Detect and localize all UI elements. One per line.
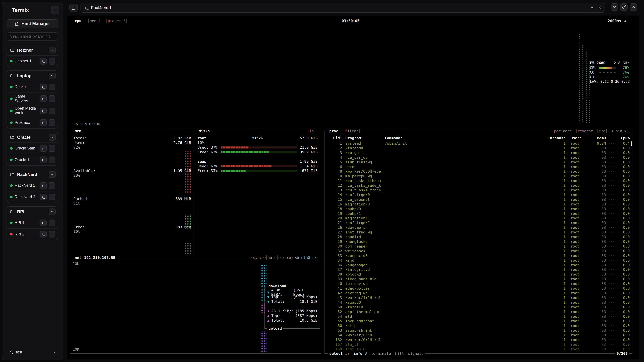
group-header[interactable]: Oracle [7, 132, 58, 142]
process-row[interactable]: 42devfreq_wq1root0B··········0.0 [327, 291, 630, 296]
process-row[interactable]: 64kworker/u5:01root0B··········0.0 [327, 333, 630, 338]
process-row[interactable]: 29khungtaskd1root0B··········0.0 [327, 239, 630, 244]
process-row[interactable]: 32writeback1root0B··········0.0 [327, 249, 630, 253]
group-header[interactable]: RPI [7, 207, 58, 217]
process-row[interactable]: 14ksoftirqd/01root0B··········0.0 [327, 193, 630, 197]
open-terminal-button[interactable]: ❯_ [40, 119, 46, 126]
proc-footer-action[interactable]: select ↓↑ [330, 352, 349, 356]
host-menu-button[interactable]: ⋮ [49, 231, 55, 238]
process-row[interactable]: 28kauditd1root0B··········0.0 [327, 235, 630, 239]
host-menu-button[interactable]: ⋮ [49, 194, 55, 200]
net-zero-option[interactable]: zero [280, 256, 293, 260]
group-header[interactable]: Laptop [7, 71, 58, 81]
proc-footer-action[interactable]: kill [395, 352, 404, 356]
process-row[interactable]: 21ksoftirqd/11root0B··········0.0 [327, 221, 630, 225]
host-menu-button[interactable]: ⋮ [49, 95, 55, 102]
process-row[interactable]: 39blkcg_punt_bio1root0B··········0.0 [327, 277, 630, 281]
chevron-down-icon[interactable] [49, 171, 56, 178]
proc-scrollbar[interactable] [630, 141, 632, 145]
process-row[interactable]: 33kcompactd01root0B··········0.0 [327, 253, 630, 258]
process-row[interactable]: 55ipv6_addrconf1root0B··········0.0 [327, 319, 630, 324]
host-menu-button[interactable]: ⋮ [49, 108, 55, 114]
tree-option[interactable]: tre [596, 129, 608, 133]
proc-footer-action[interactable]: terminate [371, 352, 391, 356]
signal-icon[interactable] [590, 6, 594, 10]
chevron-down-icon[interactable] [49, 134, 56, 141]
process-row[interactable]: 36khugepaged1root0B··········0.0 [327, 263, 630, 268]
host-item[interactable]: RackNerd 2❯_⋮ [7, 191, 58, 203]
host-menu-button[interactable]: ⋮ [49, 84, 55, 90]
host-item[interactable]: RPI 1❯_⋮ [7, 217, 58, 228]
process-row[interactable]: 13rcu_t asks_trace_1root0B··········0.0 [327, 188, 630, 193]
process-row[interactable]: 6netns1root0B··········0.0 [327, 165, 630, 169]
process-row[interactable]: 50kthrotld1root0B··········0.0 [327, 305, 630, 310]
search-input[interactable] [6, 32, 58, 40]
scroll-down-button[interactable] [611, 3, 618, 11]
menu-option[interactable]: menu [88, 19, 101, 23]
process-row[interactable]: 16migration/01root0B··········0.0 [327, 202, 630, 207]
host-menu-button[interactable]: ⋮ [49, 182, 55, 189]
process-row[interactable]: 27inet_frag_wq1root0B··········0.0 [327, 230, 630, 235]
io-mode-option[interactable]: io [307, 129, 316, 133]
host-menu-button[interactable]: ⋮ [49, 58, 55, 64]
process-row[interactable]: 40tpm_dev_wq1root0B··········0.0 [327, 281, 630, 286]
process-row[interactable]: 38kblockd1root0B··········0.0 [327, 272, 630, 277]
open-terminal-button[interactable]: ❯_ [40, 108, 46, 114]
process-row[interactable]: 41edac-poller1root0B··········0.0 [327, 286, 630, 291]
process-row[interactable]: 5slub_flushwq1root0B··········0.0 [327, 160, 630, 165]
open-terminal-button[interactable]: ❯_ [40, 58, 46, 64]
refresh-rate[interactable]: 2000ms ◄ [606, 19, 627, 23]
host-item[interactable]: Proxmox❯_⋮ [7, 117, 58, 128]
chevron-down-icon[interactable] [49, 47, 56, 53]
sidebar-menu-button[interactable] [51, 6, 59, 14]
reverse-option[interactable]: reverse [575, 129, 595, 133]
host-item[interactable]: Open Media Vault❯_⋮ [7, 105, 58, 117]
host-menu-button[interactable]: ⋮ [49, 119, 55, 126]
chevron-down-icon[interactable] [49, 72, 56, 79]
terminal-tab[interactable]: ❯_ RackNerd 1 ✕ [80, 3, 606, 13]
close-tab-icon[interactable]: ✕ [598, 6, 601, 9]
group-header[interactable]: Hetzner [7, 45, 58, 55]
open-terminal-button[interactable]: ❯_ [40, 231, 46, 238]
process-row[interactable]: 15rcu_preempt1root0B··········0.0 [327, 197, 630, 202]
ssh-keys-button[interactable] [620, 3, 628, 11]
process-row[interactable]: 11rcu_tasks_kthrea1root0B··········0.0 [327, 178, 630, 183]
scroll-up-button[interactable] [630, 3, 637, 11]
process-row[interactable]: 26kdevtmpfs1root0B··········0.0 [327, 225, 630, 230]
process-row[interactable]: 10mm_percpu_wq1root0B··········0.0 [327, 174, 630, 178]
open-terminal-button[interactable]: ❯_ [40, 145, 46, 152]
host-item[interactable]: Game Servers❯_⋮ [7, 92, 58, 105]
process-row[interactable]: 44kswapd01root0B··········0.0 [327, 300, 630, 305]
process-row[interactable]: 18cpuhp/01root0B··········0.0 [327, 207, 630, 211]
host-item[interactable]: RackNerd 1❯_⋮ [7, 180, 58, 191]
open-terminal-button[interactable]: ❯_ [40, 220, 46, 226]
process-row[interactable]: 20migration/11root0B··········0.0 [327, 216, 630, 221]
sort-column-selector[interactable]: < pid > [609, 129, 629, 133]
proc-footer-action[interactable]: signals [408, 352, 424, 356]
group-header[interactable]: RackNerd [7, 169, 58, 180]
terminal-view[interactable]: cpu menu preset * 03:30:05 2000ms ◄ E5-2… [68, 15, 639, 360]
process-row[interactable]: 12rcu_tasks_rude_k1root0B··········0.0 [327, 183, 630, 188]
proc-footer-action[interactable]: info ↲ [353, 352, 367, 356]
per-core-option[interactable]: per-core [552, 129, 574, 133]
host-menu-button[interactable]: ⋮ [49, 145, 55, 152]
process-row[interactable]: 63zswap-shrink1root0B··········0.0 [327, 328, 630, 333]
open-terminal-button[interactable]: ❯_ [40, 182, 46, 189]
net-sync-option[interactable]: sync [251, 256, 264, 260]
user-menu[interactable]: test [6, 348, 58, 357]
filter-option[interactable]: filter [343, 129, 360, 133]
host-menu-button[interactable]: ⋮ [49, 220, 55, 226]
host-item[interactable]: RPI 2❯_⋮ [7, 228, 58, 240]
open-terminal-button[interactable]: ❯_ [40, 194, 46, 200]
host-item[interactable]: Docker❯_⋮ [7, 81, 58, 92]
process-row[interactable]: 2kthreadd1root0B··········0.0 [327, 146, 630, 150]
net-interface-switcher[interactable]: <b eth0 n> [294, 256, 317, 260]
process-row[interactable]: 37kintegrityd1root0B··········0.0 [327, 267, 630, 272]
home-button[interactable] [70, 4, 78, 12]
host-manager-button[interactable]: Host Manager [6, 19, 58, 28]
host-menu-button[interactable]: ⋮ [49, 157, 55, 163]
process-row[interactable]: 52acpi_thermal_pm1root0B··········0.0 [327, 310, 630, 314]
process-row[interactable]: 43kworker/1:1H-kbl1root0B··········0.0 [327, 296, 630, 300]
process-row[interactable]: 168scsi_eh_01root0B··········0.0 [327, 347, 630, 352]
process-row[interactable]: 19cpuhp/11root0B··········0.0 [327, 211, 630, 216]
